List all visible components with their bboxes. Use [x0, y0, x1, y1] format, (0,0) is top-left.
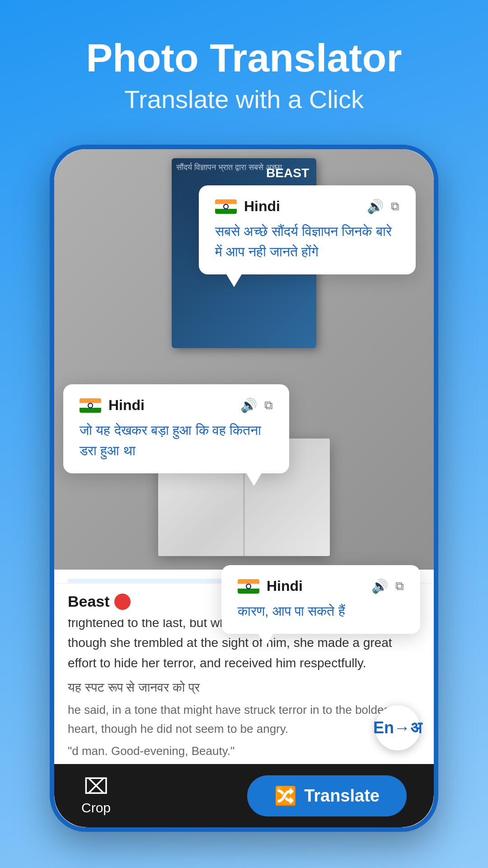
sound-bot-icon[interactable]: 🔊 — [371, 578, 388, 594]
book-hindi-text: सौंदर्य विज्ञापन भ्रात द्वारा सबसे अच्छा — [176, 163, 282, 172]
english-end-text: "d man. Good-evening, Beauty." — [68, 742, 420, 761]
translation-bubble-bottom: Hindi 🔊 ⧉ कारण, आप पा सकते हैं — [221, 565, 420, 634]
english-small-text: he said, in a tone that might have struc… — [68, 701, 420, 738]
bubble-top-header: Hindi 🔊 ⧉ — [215, 198, 399, 215]
app-header: Photo Translator Translate with a Click — [0, 0, 488, 132]
bubble-mid-header: Hindi 🔊 ⧉ — [80, 397, 273, 414]
india-flag-icon — [215, 199, 237, 214]
bubble-bottom-language: Hindi — [267, 578, 303, 594]
bubble-mid-actions: 🔊 ⧉ — [240, 397, 273, 413]
copy-mid-icon[interactable]: ⧉ — [264, 398, 273, 412]
app-title: Photo Translator — [0, 36, 488, 80]
crop-icon: ⌧ — [84, 776, 108, 797]
crop-button[interactable]: ⌧ Crop — [81, 776, 111, 816]
bubble-mid-language: Hindi — [108, 397, 145, 414]
crop-label: Crop — [81, 800, 111, 816]
translation-bubble-top: Hindi 🔊 ⧉ सबसे अच्छे सौंदर्य विज्ञापन जि… — [199, 185, 416, 274]
app-subtitle: Translate with a Click — [0, 85, 488, 114]
bubble-top-actions: 🔊 ⧉ — [367, 198, 399, 214]
india-flag-mid-icon — [80, 398, 101, 413]
bottom-toolbar: ⌧ Crop 🔀 Translate — [54, 764, 434, 827]
hindi-small-text: यह स्पट रूप से जानवर को प्र — [68, 678, 420, 697]
phone-mockup: सौंदर्य विज्ञापन भ्रात द्वारा सबसे अच्छा… — [50, 145, 438, 832]
copy-icon[interactable]: ⧉ — [391, 199, 399, 213]
copy-bot-icon[interactable]: ⧉ — [395, 579, 404, 593]
translate-fab-icon: En→अ — [373, 718, 422, 737]
bubble-bottom-actions: 🔊 ⧉ — [371, 578, 404, 594]
bubble-top-lang: Hindi — [215, 198, 280, 215]
bubble-top-language: Hindi — [244, 198, 280, 215]
bubble-mid-text: जो यह देखकर बड़ा हुआ कि वह कितना डरा हुआ… — [80, 420, 273, 461]
brand-name: Beast — [68, 593, 110, 610]
verified-badge-icon — [114, 594, 131, 610]
translate-fab-button[interactable]: En→अ — [375, 705, 420, 750]
phone-screen: सौंदर्य विज्ञापन भ्रात द्वारा सबसे अच्छा… — [54, 149, 434, 827]
translate-icon: 🔀 — [274, 785, 297, 807]
sound-mid-icon[interactable]: 🔊 — [240, 397, 257, 413]
sound-icon[interactable]: 🔊 — [367, 198, 384, 214]
bubble-bottom-text: कारण, आप पा सकते हैं — [238, 601, 404, 621]
translation-bubble-mid: Hindi 🔊 ⧉ जो यह देखकर बड़ा हुआ कि वह कित… — [63, 384, 289, 473]
translate-button[interactable]: 🔀 Translate — [247, 775, 407, 816]
bubble-mid-lang: Hindi — [80, 397, 145, 414]
india-flag-bot-icon — [238, 579, 259, 594]
translate-button-label: Translate — [304, 786, 380, 806]
bubble-bottom-lang: Hindi — [238, 578, 303, 594]
phone-frame: सौंदर्य विज्ञापन भ्रात द्वारा सबसे अच्छा… — [50, 145, 438, 832]
verified-circle — [114, 594, 131, 610]
bubble-bottom-header: Hindi 🔊 ⧉ — [238, 578, 404, 594]
bubble-top-text: सबसे अच्छे सौंदर्य विज्ञापन जिनके बारे म… — [215, 221, 399, 262]
